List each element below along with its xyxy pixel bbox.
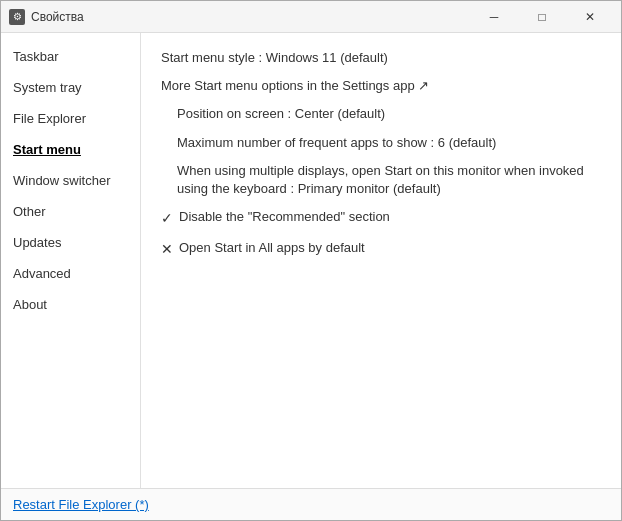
setting-row-row1: Start menu style : Windows 11 (default) [161, 49, 601, 67]
sidebar-item-advanced[interactable]: Advanced [1, 258, 140, 289]
sidebar-item-system-tray[interactable]: System tray [1, 72, 140, 103]
sidebar-item-other[interactable]: Other [1, 196, 140, 227]
setting-row-row5: When using multiple displays, open Start… [177, 162, 601, 198]
minimize-button[interactable]: ─ [471, 2, 517, 32]
window-title: Свойства [31, 10, 471, 24]
restart-file-explorer-link[interactable]: Restart File Explorer (*) [13, 497, 149, 512]
content-area: TaskbarSystem trayFile ExplorerStart men… [1, 33, 621, 488]
app-icon: ⚙ [9, 9, 25, 25]
close-button[interactable]: ✕ [567, 2, 613, 32]
setting-text: Open Start in All apps by default [179, 239, 365, 257]
setting-row-row6: ✓Disable the "Recommended" section [161, 208, 601, 229]
maximize-button[interactable]: □ [519, 2, 565, 32]
cross-icon: ✕ [161, 240, 173, 260]
setting-row-row7: ✕Open Start in All apps by default [161, 239, 601, 260]
sidebar: TaskbarSystem trayFile ExplorerStart men… [1, 33, 141, 488]
setting-row-row3: Position on screen : Center (default) [177, 105, 601, 123]
sidebar-item-window-switcher[interactable]: Window switcher [1, 165, 140, 196]
sidebar-item-start-menu[interactable]: Start menu [1, 134, 140, 165]
sidebar-item-about[interactable]: About [1, 289, 140, 320]
bottom-bar: Restart File Explorer (*) [1, 488, 621, 520]
app-icon-symbol: ⚙ [13, 11, 22, 22]
main-window: ⚙ Свойства ─ □ ✕ TaskbarSystem trayFile … [0, 0, 622, 521]
sidebar-item-file-explorer[interactable]: File Explorer [1, 103, 140, 134]
main-panel: Start menu style : Windows 11 (default)M… [141, 33, 621, 488]
checkmark-icon: ✓ [161, 209, 173, 229]
setting-row-row4: Maximum number of frequent apps to show … [177, 134, 601, 152]
setting-row-row2: More Start menu options in the Settings … [161, 77, 601, 95]
setting-text: Disable the "Recommended" section [179, 208, 390, 226]
sidebar-item-updates[interactable]: Updates [1, 227, 140, 258]
sidebar-item-taskbar[interactable]: Taskbar [1, 41, 140, 72]
title-bar: ⚙ Свойства ─ □ ✕ [1, 1, 621, 33]
title-bar-controls: ─ □ ✕ [471, 2, 613, 32]
